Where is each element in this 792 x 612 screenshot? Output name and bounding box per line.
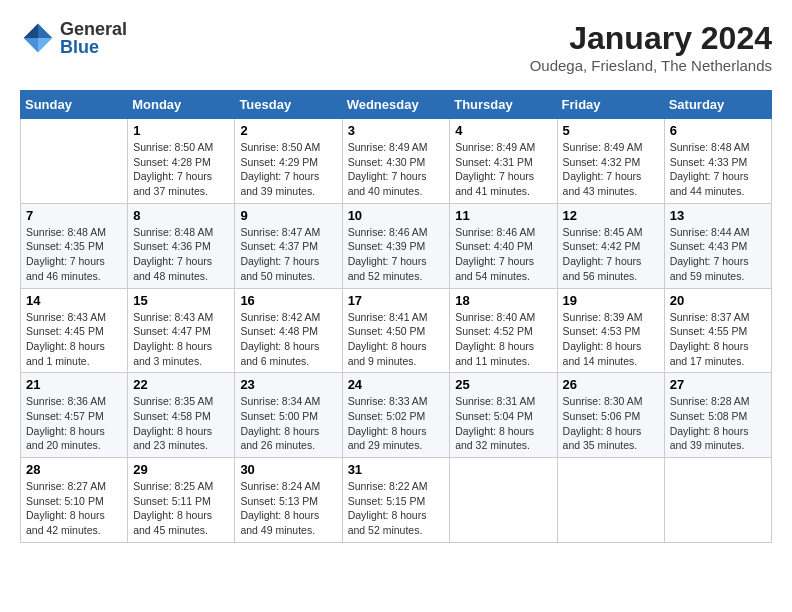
logo: General Blue bbox=[20, 20, 127, 56]
calendar-cell: 3Sunrise: 8:49 AM Sunset: 4:30 PM Daylig… bbox=[342, 119, 450, 204]
day-info: Sunrise: 8:43 AM Sunset: 4:45 PM Dayligh… bbox=[26, 310, 122, 369]
calendar-cell: 16Sunrise: 8:42 AM Sunset: 4:48 PM Dayli… bbox=[235, 288, 342, 373]
calendar-cell: 1Sunrise: 8:50 AM Sunset: 4:28 PM Daylig… bbox=[128, 119, 235, 204]
day-info: Sunrise: 8:46 AM Sunset: 4:39 PM Dayligh… bbox=[348, 225, 445, 284]
calendar-cell: 27Sunrise: 8:28 AM Sunset: 5:08 PM Dayli… bbox=[664, 373, 771, 458]
day-info: Sunrise: 8:42 AM Sunset: 4:48 PM Dayligh… bbox=[240, 310, 336, 369]
calendar-week-3: 14Sunrise: 8:43 AM Sunset: 4:45 PM Dayli… bbox=[21, 288, 772, 373]
day-info: Sunrise: 8:48 AM Sunset: 4:35 PM Dayligh… bbox=[26, 225, 122, 284]
weekday-header-friday: Friday bbox=[557, 91, 664, 119]
day-info: Sunrise: 8:27 AM Sunset: 5:10 PM Dayligh… bbox=[26, 479, 122, 538]
day-info: Sunrise: 8:49 AM Sunset: 4:31 PM Dayligh… bbox=[455, 140, 551, 199]
logo-general-text: General bbox=[60, 20, 127, 38]
day-info: Sunrise: 8:36 AM Sunset: 4:57 PM Dayligh… bbox=[26, 394, 122, 453]
calendar-cell bbox=[21, 119, 128, 204]
day-info: Sunrise: 8:48 AM Sunset: 4:36 PM Dayligh… bbox=[133, 225, 229, 284]
day-info: Sunrise: 8:31 AM Sunset: 5:04 PM Dayligh… bbox=[455, 394, 551, 453]
day-info: Sunrise: 8:39 AM Sunset: 4:53 PM Dayligh… bbox=[563, 310, 659, 369]
calendar-cell: 4Sunrise: 8:49 AM Sunset: 4:31 PM Daylig… bbox=[450, 119, 557, 204]
day-info: Sunrise: 8:46 AM Sunset: 4:40 PM Dayligh… bbox=[455, 225, 551, 284]
calendar-cell: 17Sunrise: 8:41 AM Sunset: 4:50 PM Dayli… bbox=[342, 288, 450, 373]
day-number: 3 bbox=[348, 123, 445, 138]
weekday-header-sunday: Sunday bbox=[21, 91, 128, 119]
calendar-cell bbox=[557, 458, 664, 543]
day-info: Sunrise: 8:33 AM Sunset: 5:02 PM Dayligh… bbox=[348, 394, 445, 453]
day-number: 14 bbox=[26, 293, 122, 308]
logo-text: General Blue bbox=[60, 20, 127, 56]
day-info: Sunrise: 8:40 AM Sunset: 4:52 PM Dayligh… bbox=[455, 310, 551, 369]
calendar-cell: 9Sunrise: 8:47 AM Sunset: 4:37 PM Daylig… bbox=[235, 203, 342, 288]
day-info: Sunrise: 8:45 AM Sunset: 4:42 PM Dayligh… bbox=[563, 225, 659, 284]
day-number: 22 bbox=[133, 377, 229, 392]
calendar-cell: 24Sunrise: 8:33 AM Sunset: 5:02 PM Dayli… bbox=[342, 373, 450, 458]
day-number: 27 bbox=[670, 377, 766, 392]
weekday-header-wednesday: Wednesday bbox=[342, 91, 450, 119]
day-number: 28 bbox=[26, 462, 122, 477]
calendar-cell: 19Sunrise: 8:39 AM Sunset: 4:53 PM Dayli… bbox=[557, 288, 664, 373]
day-info: Sunrise: 8:22 AM Sunset: 5:15 PM Dayligh… bbox=[348, 479, 445, 538]
page-header: General Blue January 2024 Oudega, Friesl… bbox=[20, 20, 772, 74]
day-info: Sunrise: 8:49 AM Sunset: 4:32 PM Dayligh… bbox=[563, 140, 659, 199]
calendar-cell: 21Sunrise: 8:36 AM Sunset: 4:57 PM Dayli… bbox=[21, 373, 128, 458]
day-number: 25 bbox=[455, 377, 551, 392]
day-number: 5 bbox=[563, 123, 659, 138]
svg-marker-3 bbox=[38, 38, 52, 52]
day-number: 2 bbox=[240, 123, 336, 138]
day-number: 26 bbox=[563, 377, 659, 392]
calendar-cell: 31Sunrise: 8:22 AM Sunset: 5:15 PM Dayli… bbox=[342, 458, 450, 543]
calendar-week-1: 1Sunrise: 8:50 AM Sunset: 4:28 PM Daylig… bbox=[21, 119, 772, 204]
calendar-week-2: 7Sunrise: 8:48 AM Sunset: 4:35 PM Daylig… bbox=[21, 203, 772, 288]
calendar-cell bbox=[450, 458, 557, 543]
day-info: Sunrise: 8:50 AM Sunset: 4:28 PM Dayligh… bbox=[133, 140, 229, 199]
month-title: January 2024 bbox=[530, 20, 772, 57]
day-info: Sunrise: 8:50 AM Sunset: 4:29 PM Dayligh… bbox=[240, 140, 336, 199]
calendar-cell: 5Sunrise: 8:49 AM Sunset: 4:32 PM Daylig… bbox=[557, 119, 664, 204]
location-subtitle: Oudega, Friesland, The Netherlands bbox=[530, 57, 772, 74]
calendar-cell: 11Sunrise: 8:46 AM Sunset: 4:40 PM Dayli… bbox=[450, 203, 557, 288]
svg-marker-2 bbox=[24, 38, 38, 52]
weekday-header-row: SundayMondayTuesdayWednesdayThursdayFrid… bbox=[21, 91, 772, 119]
calendar-cell: 20Sunrise: 8:37 AM Sunset: 4:55 PM Dayli… bbox=[664, 288, 771, 373]
day-number: 13 bbox=[670, 208, 766, 223]
day-number: 7 bbox=[26, 208, 122, 223]
day-number: 11 bbox=[455, 208, 551, 223]
calendar-table: SundayMondayTuesdayWednesdayThursdayFrid… bbox=[20, 90, 772, 543]
title-area: January 2024 Oudega, Friesland, The Neth… bbox=[530, 20, 772, 74]
day-number: 17 bbox=[348, 293, 445, 308]
day-info: Sunrise: 8:43 AM Sunset: 4:47 PM Dayligh… bbox=[133, 310, 229, 369]
day-info: Sunrise: 8:44 AM Sunset: 4:43 PM Dayligh… bbox=[670, 225, 766, 284]
day-number: 21 bbox=[26, 377, 122, 392]
calendar-cell: 30Sunrise: 8:24 AM Sunset: 5:13 PM Dayli… bbox=[235, 458, 342, 543]
day-info: Sunrise: 8:48 AM Sunset: 4:33 PM Dayligh… bbox=[670, 140, 766, 199]
day-info: Sunrise: 8:34 AM Sunset: 5:00 PM Dayligh… bbox=[240, 394, 336, 453]
logo-blue-text: Blue bbox=[60, 38, 127, 56]
day-info: Sunrise: 8:35 AM Sunset: 4:58 PM Dayligh… bbox=[133, 394, 229, 453]
calendar-cell: 8Sunrise: 8:48 AM Sunset: 4:36 PM Daylig… bbox=[128, 203, 235, 288]
day-info: Sunrise: 8:25 AM Sunset: 5:11 PM Dayligh… bbox=[133, 479, 229, 538]
calendar-cell: 10Sunrise: 8:46 AM Sunset: 4:39 PM Dayli… bbox=[342, 203, 450, 288]
calendar-cell: 22Sunrise: 8:35 AM Sunset: 4:58 PM Dayli… bbox=[128, 373, 235, 458]
calendar-cell: 2Sunrise: 8:50 AM Sunset: 4:29 PM Daylig… bbox=[235, 119, 342, 204]
svg-marker-1 bbox=[24, 24, 38, 38]
calendar-cell: 12Sunrise: 8:45 AM Sunset: 4:42 PM Dayli… bbox=[557, 203, 664, 288]
calendar-cell bbox=[664, 458, 771, 543]
day-number: 9 bbox=[240, 208, 336, 223]
day-number: 6 bbox=[670, 123, 766, 138]
day-info: Sunrise: 8:24 AM Sunset: 5:13 PM Dayligh… bbox=[240, 479, 336, 538]
calendar-cell: 25Sunrise: 8:31 AM Sunset: 5:04 PM Dayli… bbox=[450, 373, 557, 458]
day-number: 19 bbox=[563, 293, 659, 308]
day-number: 8 bbox=[133, 208, 229, 223]
day-info: Sunrise: 8:28 AM Sunset: 5:08 PM Dayligh… bbox=[670, 394, 766, 453]
weekday-header-thursday: Thursday bbox=[450, 91, 557, 119]
day-number: 24 bbox=[348, 377, 445, 392]
calendar-week-4: 21Sunrise: 8:36 AM Sunset: 4:57 PM Dayli… bbox=[21, 373, 772, 458]
day-info: Sunrise: 8:47 AM Sunset: 4:37 PM Dayligh… bbox=[240, 225, 336, 284]
day-number: 15 bbox=[133, 293, 229, 308]
calendar-cell: 15Sunrise: 8:43 AM Sunset: 4:47 PM Dayli… bbox=[128, 288, 235, 373]
weekday-header-tuesday: Tuesday bbox=[235, 91, 342, 119]
day-number: 29 bbox=[133, 462, 229, 477]
day-info: Sunrise: 8:30 AM Sunset: 5:06 PM Dayligh… bbox=[563, 394, 659, 453]
day-number: 18 bbox=[455, 293, 551, 308]
calendar-cell: 23Sunrise: 8:34 AM Sunset: 5:00 PM Dayli… bbox=[235, 373, 342, 458]
calendar-cell: 29Sunrise: 8:25 AM Sunset: 5:11 PM Dayli… bbox=[128, 458, 235, 543]
